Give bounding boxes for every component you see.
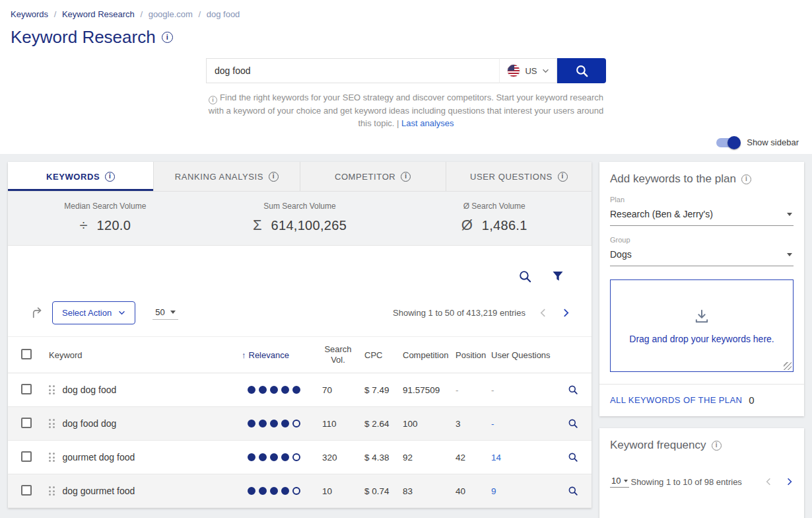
move-keywords-button[interactable]	[30, 307, 43, 319]
drag-handle-icon[interactable]	[49, 453, 55, 462]
table-pagination	[540, 308, 569, 318]
all-keywords-link[interactable]: ALL KEYWORDS OF THE PLAN	[610, 395, 742, 405]
stat-sum-search-volume: Sum Search Volume Σ 614,100,265	[203, 202, 397, 234]
info-icon[interactable]	[105, 172, 115, 182]
tab-competitor[interactable]: COMPETITOR	[300, 162, 446, 191]
right-sidebar: Add keywords to the plan Plan Research (…	[599, 162, 804, 518]
last-analyses-link[interactable]: Last analyses	[401, 118, 454, 128]
search-icon	[568, 418, 578, 429]
table-action-row: Select Action 50 Showing 1 to 50 of 413,…	[8, 287, 592, 336]
search-vol-value: 110	[317, 419, 359, 429]
breadcrumb-item-query[interactable]: dog food	[207, 9, 240, 19]
info-icon[interactable]	[269, 172, 279, 182]
header-competition[interactable]: Competition	[397, 350, 450, 360]
stat-avg-search-volume: Ø Search Volume Ø 1,486.1	[397, 202, 592, 234]
competition-value: 83	[397, 486, 450, 496]
position-value: -	[450, 385, 486, 395]
table-tools	[8, 246, 592, 287]
breadcrumb-item-domain[interactable]: google.com	[149, 9, 193, 19]
relevance-dots	[231, 453, 317, 461]
search-button[interactable]	[557, 58, 606, 83]
all-keywords-count: 0	[749, 394, 754, 406]
search-icon	[568, 486, 578, 496]
page-size-select[interactable]: 50	[152, 306, 178, 320]
info-icon[interactable]	[712, 441, 722, 451]
breadcrumb-item-keyword-research[interactable]: Keyword Research	[62, 9, 135, 19]
download-icon	[693, 307, 711, 326]
frequency-previous-page-button[interactable]	[766, 477, 771, 486]
keyword-frequency-title: Keyword frequency	[610, 439, 706, 452]
frequency-showing-text: Showing 1 to 10 of 98 entries	[630, 477, 741, 487]
info-icon[interactable]	[401, 172, 411, 182]
row-checkbox[interactable]	[21, 418, 32, 428]
info-icon[interactable]	[741, 174, 751, 184]
keyword-search-input[interactable]	[206, 58, 499, 83]
keyword-text: dog gourmet food	[63, 486, 135, 496]
row-checkbox[interactable]	[21, 451, 32, 462]
caret-down-icon	[170, 311, 176, 314]
showing-entries-text: Showing 1 to 50 of 413,219 entries	[393, 308, 525, 318]
show-sidebar-toggle[interactable]	[716, 138, 739, 147]
tab-ranking-analysis[interactable]: RANKING ANALYSIS	[154, 162, 300, 191]
chevron-right-icon	[563, 308, 569, 318]
position-value: 40	[450, 486, 486, 496]
tab-keywords[interactable]: KEYWORDS	[8, 162, 154, 191]
cpc-value: $ 2.64	[359, 419, 397, 429]
keywords-panel: KEYWORDS RANKING ANALYSIS COMPETITOR USE…	[8, 162, 592, 508]
drag-handle-icon[interactable]	[49, 385, 55, 394]
row-checkbox[interactable]	[21, 485, 32, 496]
average-icon: Ø	[461, 217, 473, 234]
drag-handle-icon[interactable]	[49, 486, 55, 496]
search-icon	[575, 64, 589, 78]
frequency-next-page-button[interactable]	[787, 477, 792, 486]
breadcrumb-separator: /	[140, 9, 143, 19]
group-select[interactable]: Dogs	[610, 244, 794, 266]
search-icon	[518, 270, 532, 283]
chevron-down-icon	[118, 311, 125, 315]
user-questions-value[interactable]: -	[486, 419, 555, 429]
competition-value: 100	[397, 419, 450, 429]
corner-arrow-icon	[30, 307, 43, 319]
row-search-button[interactable]	[568, 385, 578, 395]
chevron-left-icon	[766, 477, 771, 486]
breadcrumb: Keywords / Keyword Research / google.com…	[11, 9, 801, 19]
table-search-button[interactable]	[518, 270, 532, 283]
row-search-button[interactable]	[568, 418, 578, 429]
table-row: dog dog food 70 $ 7.49 91.57509 - -	[8, 373, 592, 407]
select-action-button[interactable]: Select Action	[52, 301, 135, 324]
select-all-checkbox[interactable]	[21, 349, 32, 359]
header-keyword[interactable]: Keyword	[45, 350, 231, 360]
search-icon	[568, 385, 578, 395]
row-search-button[interactable]	[568, 486, 578, 496]
row-checkbox[interactable]	[21, 384, 32, 394]
show-sidebar-label: Show sidebar	[747, 137, 799, 147]
user-questions-value[interactable]: 14	[486, 453, 555, 462]
country-select[interactable]: US	[499, 58, 557, 83]
keyword-text: dog food dog	[63, 418, 117, 429]
resize-handle[interactable]	[784, 362, 792, 370]
header-relevance[interactable]: Relevance	[231, 350, 317, 360]
header-position[interactable]: Position	[450, 350, 486, 360]
next-page-button[interactable]	[563, 308, 569, 318]
info-icon[interactable]	[162, 32, 173, 43]
previous-page-button[interactable]	[540, 308, 546, 318]
header-user-questions[interactable]: User Questions	[486, 350, 555, 360]
header-search-vol[interactable]: Search Vol.	[317, 344, 359, 365]
user-questions-value: -	[486, 385, 555, 395]
keyword-text: dog dog food	[63, 385, 117, 395]
info-icon[interactable]	[558, 172, 568, 182]
header-cpc[interactable]: CPC	[359, 350, 397, 360]
keyword-dropzone[interactable]: Drag and drop your keywords here.	[610, 279, 794, 372]
plan-select[interactable]: Research (Ben & Jerry's)	[610, 204, 794, 226]
cpc-value: $ 4.38	[359, 453, 397, 462]
drag-handle-icon[interactable]	[49, 419, 55, 428]
stat-median-search-volume: Median Search Volume ÷ 120.0	[8, 202, 203, 234]
keyword-frequency-panel: Keyword frequency 10 Showing 1 to 10 of …	[599, 428, 804, 518]
tab-user-questions[interactable]: USER QUESTIONS	[446, 162, 592, 191]
row-search-button[interactable]	[568, 452, 578, 462]
user-questions-value[interactable]: 9	[486, 486, 555, 496]
table-header: Keyword Relevance Search Vol. CPC Compet…	[8, 336, 592, 373]
breadcrumb-item-keywords[interactable]: Keywords	[11, 9, 48, 19]
frequency-page-size-select[interactable]: 10	[610, 476, 629, 488]
table-filter-button[interactable]	[552, 270, 564, 282]
